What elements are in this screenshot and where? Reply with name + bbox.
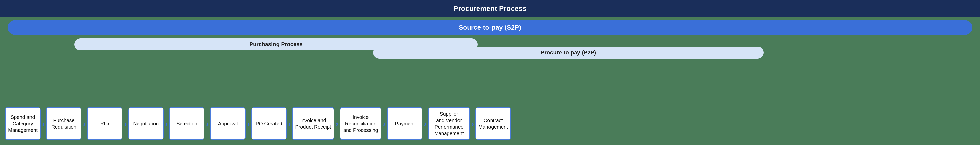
step-purchase-req: PurchaseRequisition <box>46 107 81 140</box>
arrow-9: › <box>383 119 386 128</box>
step-approval: Approval <box>210 107 245 140</box>
arrow-7: › <box>288 119 291 128</box>
process-flow: Spend andCategoryManagement › PurchaseRe… <box>5 107 511 140</box>
p2p-bar: Procure-to-pay (P2P) <box>373 47 764 59</box>
arrow-2: › <box>83 119 86 128</box>
step-spend: Spend andCategoryManagement <box>5 107 41 140</box>
step-payment: Payment <box>387 107 422 140</box>
step-po-created: PO Created <box>251 107 286 140</box>
arrow-3: › <box>124 119 127 128</box>
s2p-bar: Source-to-pay (S2P) <box>8 20 972 35</box>
arrow-11: › <box>471 119 474 128</box>
procurement-process-header: Procurement Process <box>0 0 980 17</box>
arrow-6: › <box>247 119 250 128</box>
arrow-4: › <box>165 119 168 128</box>
step-invoice-product: Invoice andProduct Receipt <box>292 107 334 140</box>
step-selection: Selection <box>169 107 204 140</box>
arrow-1: › <box>42 119 45 128</box>
arrow-10: › <box>424 119 427 128</box>
step-contract: ContractManagement <box>476 107 511 140</box>
arrow-5: › <box>206 119 209 128</box>
arrow-8: › <box>336 119 339 128</box>
step-invoice-recon: InvoiceReconciliationand Processing <box>340 107 381 140</box>
step-negotiation: Negotiation <box>128 107 164 140</box>
step-rfx: RFx <box>87 107 123 140</box>
step-supplier-vendor: Supplierand VendorPerformanceManagement <box>428 107 470 140</box>
